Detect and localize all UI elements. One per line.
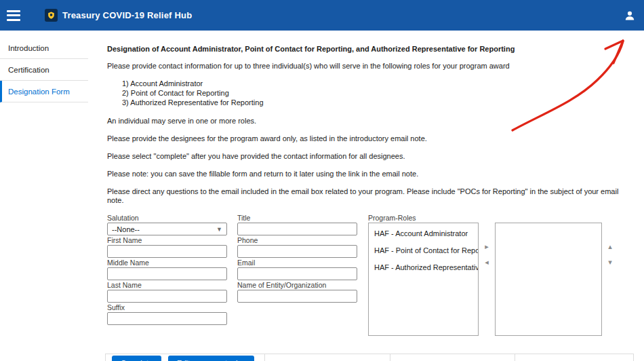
- move-left-icon[interactable]: ◂: [482, 254, 491, 270]
- program-role-option[interactable]: HAF - Point of Contact for Reporting: [369, 242, 478, 259]
- treasury-logo-icon: [45, 9, 58, 22]
- sidebar: Introduction Certification Designation F…: [0, 31, 88, 102]
- email-field[interactable]: [237, 267, 357, 280]
- sidebar-item-label: Designation Form: [8, 88, 70, 96]
- main-content: Designation of Account Administrator, Po…: [105, 31, 634, 361]
- form-column-name: Salutation --None-- ▼ First Name Middle …: [107, 214, 227, 336]
- sidebar-item-label: Introduction: [8, 44, 49, 52]
- program-roles-section: Program-Roles HAF - Account Administrato…: [368, 214, 618, 336]
- role-list-item: 2) Point of Contact for Reporting: [122, 89, 634, 98]
- move-up-icon[interactable]: ▴: [605, 239, 615, 254]
- note-text: Please note: you can save the fillable f…: [107, 170, 634, 178]
- first-name-label: First Name: [107, 236, 227, 244]
- sidebar-item-label: Certification: [8, 66, 49, 74]
- top-navbar: Treasury COVID-19 Relief Hub: [0, 0, 644, 31]
- move-right-icon[interactable]: ▸: [482, 239, 491, 254]
- note-text: Please select "complete" after you have …: [107, 152, 634, 161]
- last-name-field[interactable]: [107, 290, 227, 303]
- salutation-label: Salutation: [107, 214, 227, 222]
- table-cell: [390, 354, 515, 361]
- program-roles-label: Program-Roles: [368, 214, 618, 222]
- user-profile-icon[interactable]: [624, 10, 636, 22]
- entity-name-label: Name of Entity/Organization: [237, 281, 357, 289]
- suffix-field[interactable]: [107, 312, 227, 325]
- role-list-item: 1) Account Administrator: [122, 79, 634, 88]
- salutation-selected-value: --None--: [112, 225, 140, 233]
- last-name-label: Last Name: [107, 281, 227, 289]
- program-role-option[interactable]: HAF - Account Administrator: [369, 225, 478, 242]
- program-roles-available-listbox[interactable]: HAF - Account Administrator HAF - Point …: [368, 223, 479, 336]
- roles-numbered-list: 1) Account Administrator 2) Point of Con…: [107, 79, 634, 107]
- role-list-item: 3) Authorized Representative for Reporti…: [122, 98, 634, 107]
- sidebar-item-introduction[interactable]: Introduction: [0, 35, 88, 59]
- entity-name-field[interactable]: [237, 290, 357, 303]
- middle-name-field[interactable]: [107, 267, 227, 280]
- middle-name-label: Middle Name: [107, 259, 227, 267]
- title-field[interactable]: [237, 223, 357, 235]
- salutation-select[interactable]: --None-- ▼: [107, 223, 227, 235]
- program-roles-selected-listbox[interactable]: [495, 223, 602, 336]
- order-arrows: ▴ ▾: [602, 223, 618, 270]
- program-role-option[interactable]: HAF - Authorized Representative fo...: [369, 259, 478, 276]
- app-title: Treasury COVID-19 Relief Hub: [62, 10, 192, 20]
- form-column-contact: Title Phone Email Name of Entity/Organiz…: [237, 214, 357, 336]
- move-arrows: ▸ ◂: [479, 223, 495, 270]
- title-label: Title: [237, 214, 357, 222]
- page-title: Designation of Account Administrator, Po…: [107, 45, 634, 53]
- hamburger-menu-icon[interactable]: [7, 10, 20, 21]
- intro-text: Please provide contact information for u…: [107, 62, 634, 71]
- table-cell: [105, 354, 265, 361]
- suffix-label: Suffix: [107, 303, 227, 311]
- note-text: Please direct any questions to the email…: [107, 187, 634, 205]
- email-label: Email: [237, 259, 357, 267]
- phone-label: Phone: [237, 236, 357, 244]
- table-cell: [515, 354, 634, 361]
- cropped-table: [105, 354, 634, 361]
- phone-field[interactable]: [237, 245, 357, 258]
- sidebar-item-designation-form[interactable]: Designation Form: [0, 81, 88, 102]
- first-name-field[interactable]: [107, 245, 227, 258]
- chevron-down-icon: ▼: [216, 226, 222, 233]
- table-cell: [265, 354, 390, 361]
- move-down-icon[interactable]: ▾: [605, 254, 615, 270]
- designation-form: Salutation --None-- ▼ First Name Middle …: [107, 214, 634, 336]
- note-text: An individual may serve in one or more r…: [107, 117, 634, 126]
- sidebar-item-certification[interactable]: Certification: [0, 59, 88, 81]
- note-text: Please provide the designees for the pro…: [107, 134, 634, 143]
